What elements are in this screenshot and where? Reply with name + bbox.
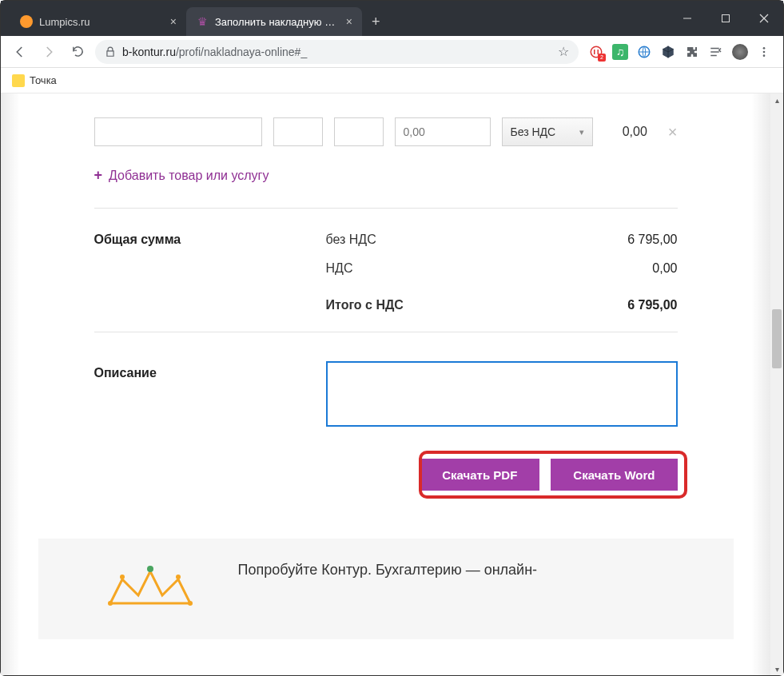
footer-promo: Попробуйте Контур. Бухгалтерию — онлайн- bbox=[38, 539, 734, 639]
svg-point-11 bbox=[176, 575, 181, 579]
close-icon[interactable]: × bbox=[346, 15, 352, 28]
row-total: 0,00 bbox=[623, 125, 647, 139]
add-item-link[interactable]: + Добавить товар или услугу bbox=[94, 167, 734, 184]
tab-lumpics[interactable]: Lumpics.ru × bbox=[10, 7, 186, 36]
url-path: /profi/nakladnaya-online#_ bbox=[176, 46, 307, 58]
bookmark-star-icon[interactable]: ☆ bbox=[558, 44, 569, 59]
svg-point-10 bbox=[147, 566, 153, 572]
description-textarea[interactable] bbox=[326, 361, 678, 427]
minimize-button[interactable] bbox=[668, 1, 706, 36]
totals-vat-label: НДС bbox=[326, 261, 353, 276]
lock-icon bbox=[105, 46, 116, 58]
item-price-input[interactable] bbox=[395, 117, 491, 146]
page-viewport: Без НДС ▾ 0,00 × + Добавить товар или ус… bbox=[1, 93, 783, 675]
bookmark-item[interactable]: Точка bbox=[30, 74, 57, 86]
browser-toolbar: b-kontur.ru/profi/nakladnaya-online#_ ☆ … bbox=[1, 36, 783, 68]
tab-nakladnaya[interactable]: ♛ Заполнить накладную ТОРГ-12 × bbox=[186, 7, 362, 36]
extension-icon-1[interactable]: 2 bbox=[588, 44, 604, 60]
scroll-thumb[interactable] bbox=[772, 309, 782, 368]
item-name-input[interactable] bbox=[94, 117, 262, 146]
download-word-button[interactable]: Скачать Word bbox=[551, 459, 677, 491]
favicon-crown: ♛ bbox=[196, 15, 209, 28]
maximize-button[interactable] bbox=[706, 1, 745, 36]
promo-text: Попробуйте Контур. Бухгалтерию — онлайн- bbox=[238, 559, 538, 580]
new-tab-button[interactable]: + bbox=[362, 7, 390, 36]
item-unit-input[interactable] bbox=[334, 117, 384, 146]
tab-strip: Lumpics.ru × ♛ Заполнить накладную ТОРГ-… bbox=[1, 1, 783, 36]
extensions-button[interactable] bbox=[684, 44, 700, 60]
description-label: Описание bbox=[94, 361, 310, 427]
back-button[interactable] bbox=[9, 41, 31, 63]
add-item-label: Добавить товар или услугу bbox=[109, 169, 269, 183]
page-content: Без НДС ▾ 0,00 × + Добавить товар или ус… bbox=[1, 93, 770, 675]
bookmarks-bar: Точка bbox=[1, 68, 783, 93]
totals-vat-value: 0,00 bbox=[652, 261, 677, 276]
scroll-down-icon[interactable]: ▾ bbox=[770, 662, 783, 675]
vat-select-value: Без НДС bbox=[511, 125, 556, 138]
svg-point-8 bbox=[763, 54, 766, 57]
profile-avatar[interactable] bbox=[732, 44, 748, 60]
extension-icon-cube[interactable] bbox=[660, 44, 676, 60]
svg-point-12 bbox=[108, 601, 113, 606]
totals-section: Общая сумма без НДС 6 795,00 НДС 0,00 Ит… bbox=[38, 209, 734, 312]
tab-title: Lumpics.ru bbox=[39, 16, 164, 28]
extension-icons: 2 ♫ bbox=[585, 44, 775, 60]
svg-rect-1 bbox=[722, 15, 730, 22]
scrollbar[interactable]: ▴ ▾ bbox=[770, 93, 783, 675]
svg-point-13 bbox=[188, 601, 193, 606]
window-controls bbox=[668, 1, 783, 36]
totals-novat-label: без НДС bbox=[326, 233, 376, 247]
delete-row-icon[interactable]: × bbox=[668, 123, 678, 141]
caret-down-icon: ▾ bbox=[579, 127, 584, 137]
crown-illustration bbox=[94, 559, 206, 607]
totals-total-label: Итого с НДС bbox=[326, 298, 404, 312]
close-window-button[interactable] bbox=[745, 1, 783, 36]
close-icon[interactable]: × bbox=[170, 15, 177, 28]
url-host: b-kontur.ru bbox=[122, 46, 176, 58]
totals-heading: Общая сумма bbox=[94, 233, 326, 247]
favicon-lumpics bbox=[20, 15, 33, 28]
description-section: Описание bbox=[38, 332, 734, 427]
item-row: Без НДС ▾ 0,00 × bbox=[38, 117, 734, 146]
svg-point-7 bbox=[763, 50, 766, 53]
extension-badge: 2 bbox=[598, 54, 606, 62]
forward-button[interactable] bbox=[38, 41, 60, 63]
reload-button[interactable] bbox=[66, 41, 89, 63]
plus-icon: + bbox=[94, 167, 103, 184]
tab-title: Заполнить накладную ТОРГ-12 bbox=[215, 16, 340, 28]
totals-novat-value: 6 795,00 bbox=[627, 233, 677, 247]
download-buttons: Скачать PDF Скачать Word bbox=[38, 427, 734, 491]
menu-button[interactable] bbox=[756, 44, 772, 60]
address-bar[interactable]: b-kontur.ru/profi/nakladnaya-online#_ ☆ bbox=[95, 40, 579, 64]
totals-total-value: 6 795,00 bbox=[627, 298, 677, 312]
download-pdf-button[interactable]: Скачать PDF bbox=[420, 459, 539, 491]
extension-icon-globe[interactable] bbox=[636, 44, 652, 60]
bookmark-folder-icon bbox=[12, 74, 25, 87]
svg-point-6 bbox=[763, 47, 766, 50]
scroll-up-icon[interactable]: ▴ bbox=[770, 93, 783, 106]
reading-list-icon[interactable] bbox=[708, 44, 724, 60]
item-qty-input[interactable] bbox=[273, 117, 323, 146]
extension-icon-music[interactable]: ♫ bbox=[612, 44, 628, 60]
vat-select[interactable]: Без НДС ▾ bbox=[502, 117, 593, 146]
svg-point-9 bbox=[120, 575, 125, 579]
